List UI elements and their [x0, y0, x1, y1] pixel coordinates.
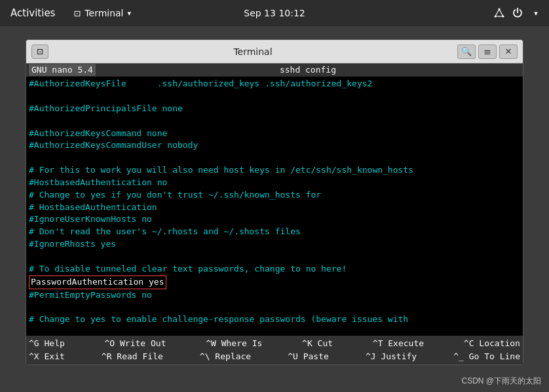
terminal-line: # For this to work you will also need ho… [29, 164, 520, 177]
titlebar-right: 🔍 ≡ ✕ [457, 45, 518, 59]
nano-header: GNU nano 5.4 sshd config [26, 63, 523, 77]
footer-writeout: ^O Write Out [105, 338, 166, 349]
terminal-line [29, 90, 520, 103]
terminal-line [29, 152, 520, 164]
svg-line-3 [495, 9, 499, 16]
terminal-line: #PermitEmptyPasswords no [29, 289, 520, 302]
footer-location: ^C Location [464, 338, 520, 349]
top-bar: Activities ⊡ Terminal ▾ Sep 13 10:12 [0, 0, 549, 26]
topbar-datetime: Sep 13 10:12 [244, 8, 305, 18]
restore-icon: ⊡ [37, 47, 43, 56]
titlebar-left: ⊡ [31, 45, 48, 59]
close-icon: ✕ [505, 46, 512, 56]
terminal-line: # HostbasedAuthentication [29, 202, 520, 214]
window-titlebar: ⊡ Terminal 🔍 ≡ ✕ [26, 40, 523, 63]
terminal-line: # To disable tunneled clear text passwor… [29, 263, 520, 276]
footer-paste: ^U Paste [288, 351, 329, 363]
terminal-line: #IgnoreUserKnownHosts no [29, 213, 520, 226]
terminal-line: #AuthorizedKeysFile .ssh/authorized_keys… [29, 78, 520, 90]
terminal-body[interactable]: GNU nano 5.4 sshd config #AuthorizedKeys… [26, 63, 523, 365]
network-icon[interactable] [493, 7, 506, 20]
topbar-right: ▾ [493, 7, 549, 20]
terminal-line: PasswordAuthentication yes [29, 276, 520, 289]
footer-cut: ^K Cut [302, 338, 333, 349]
footer-exit: ^X Exit [29, 351, 65, 363]
terminal-line: # Change to yes if you don't trust ~/.ss… [29, 189, 520, 202]
terminal-line: #HostbasedAuthentication no [29, 177, 520, 189]
chevron-down-icon[interactable]: ▾ [529, 7, 542, 20]
footer-row-1: ^G Help ^O Write Out ^W Where Is ^K Cut … [29, 337, 520, 350]
terminal-line [29, 301, 520, 313]
svg-line-4 [499, 9, 503, 16]
nano-file-title: sshd config [96, 64, 520, 76]
terminal-line: # Change to yes to enable challenge-resp… [29, 313, 520, 326]
footer-justify: ^J Justify [366, 351, 417, 363]
terminal-line: # Don't read the user's ~/.rhosts and ~/… [29, 226, 520, 238]
footer-row-2: ^X Exit ^R Read File ^\ Replace ^U Paste… [29, 350, 520, 363]
footer-execute: ^T Execute [373, 338, 424, 349]
footer-help: ^G Help [29, 338, 65, 349]
hamburger-icon: ≡ [483, 46, 491, 57]
terminal-line [29, 251, 520, 263]
close-button[interactable]: ✕ [499, 45, 518, 59]
footer-replace: ^\ Replace [200, 351, 251, 363]
restore-button[interactable]: ⊡ [31, 45, 48, 59]
terminal-line: #IgnoreRhosts yes [29, 238, 520, 251]
terminal-line: #AuthorizedKeysCommand none [29, 128, 520, 140]
power-icon[interactable] [511, 7, 524, 20]
menu-button[interactable]: ≡ [478, 45, 497, 59]
nano-content: #AuthorizedKeysFile .ssh/authorized_keys… [26, 77, 523, 327]
terminal-line [29, 115, 520, 128]
nano-footer: ^G Help ^O Write Out ^W Where Is ^K Cut … [26, 336, 523, 365]
footer-gotoline: ^_ Go To Line [453, 351, 520, 363]
footer-readfile: ^R Read File [102, 351, 163, 363]
terminal-line: #AuthorizedPrincipalsFile none [29, 103, 520, 115]
footer-whereis: ^W Where Is [206, 338, 262, 349]
activities-button[interactable]: Activities [0, 0, 66, 26]
terminal-icon: ⊡ [73, 9, 81, 18]
watermark: CSDN @下雨天的太阳 [461, 376, 541, 387]
nano-version: GNU nano 5.4 [29, 64, 96, 76]
window-title: Terminal [48, 46, 457, 57]
chevron-down-icon: ▾ [128, 9, 132, 18]
terminal-app-label: Terminal [85, 8, 123, 18]
terminal-app-button[interactable]: ⊡ Terminal ▾ [66, 0, 139, 26]
activities-label: Activities [10, 7, 55, 19]
terminal-line: #AuthorizedKeysCommandUser nobody [29, 139, 520, 152]
search-button[interactable]: 🔍 [457, 45, 476, 59]
terminal-window: ⊡ Terminal 🔍 ≡ ✕ GNU nano 5.4 sshd confi… [26, 39, 523, 365]
topbar-left: Activities ⊡ Terminal ▾ [0, 0, 139, 26]
search-icon: 🔍 [461, 46, 472, 56]
